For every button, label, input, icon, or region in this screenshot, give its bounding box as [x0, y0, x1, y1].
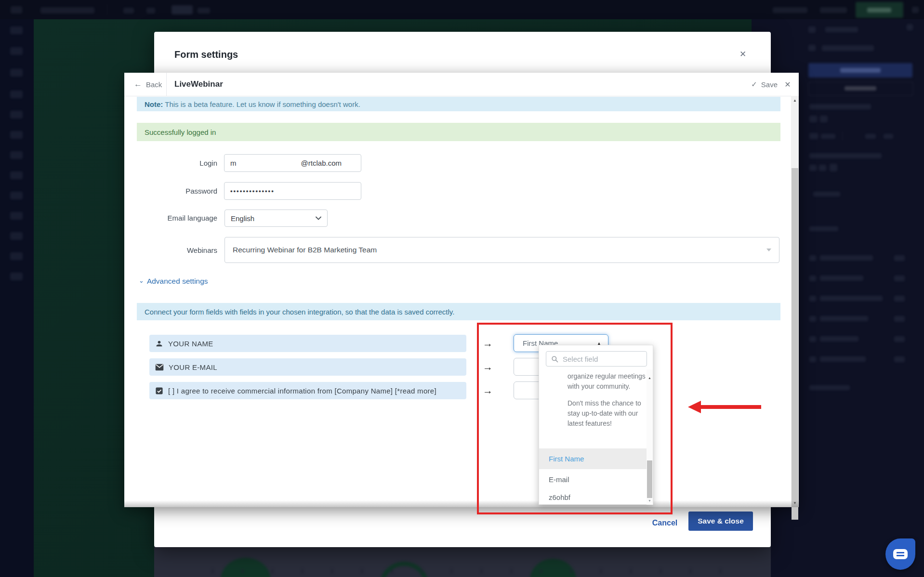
checkbox-icon: [155, 387, 163, 395]
webinars-select[interactable]: Recurring Webinar for B2B Marketing Team: [224, 237, 779, 263]
email-language-select[interactable]: English: [224, 210, 328, 227]
chevron-down-icon: ⌄: [139, 277, 144, 284]
description-paragraph: organize regular meetings with your comm…: [568, 371, 646, 392]
background-left-sidebar: [0, 19, 34, 577]
note-bar: Note: This is a beta feature. Let us kno…: [137, 97, 780, 111]
note-prefix: Note:: [145, 100, 163, 108]
advanced-settings-label: Advanced settings: [147, 277, 208, 286]
form-field-label: [ ] I agree to receive commercial inform…: [168, 387, 436, 395]
password-label: Password: [134, 187, 217, 195]
livewebinar-modal: ← Back LiveWebinar ✓ Save ✕ Note: This i…: [124, 73, 799, 507]
search-icon: [551, 355, 558, 363]
field-dropdown-panel: Select field organize regular meetings w…: [539, 345, 653, 505]
header-divider: [166, 73, 167, 96]
mapping-arrow-icon: →: [483, 385, 497, 396]
success-bar: Successfully logged in: [137, 123, 780, 141]
form-field-label: YOUR NAME: [168, 340, 213, 348]
close-icon[interactable]: ✕: [736, 47, 750, 61]
form-field-label: YOUR E-MAIL: [169, 363, 217, 371]
login-value: m: [230, 159, 237, 167]
envelope-icon: [155, 364, 164, 371]
email-language-label: Email language: [134, 214, 217, 222]
note-message: This is a beta feature. Let us know if s…: [163, 100, 360, 108]
caret-down-icon: [766, 249, 771, 251]
webinars-label: Webinars: [134, 246, 217, 254]
scrollbar-thumb[interactable]: [792, 168, 798, 520]
dropdown-option-email[interactable]: E-mail: [539, 469, 647, 490]
field-search-input[interactable]: Select field: [546, 351, 647, 367]
advanced-settings-toggle[interactable]: ⌄ Advanced settings: [139, 277, 208, 286]
back-button[interactable]: ← Back: [134, 73, 162, 96]
form-settings-title: Form settings: [174, 49, 238, 60]
login-domain: @rtclab.com: [301, 159, 342, 167]
save-button[interactable]: ✓ Save: [751, 73, 778, 96]
mapping-hint-bar: Connect your form fields with fields in …: [137, 303, 780, 320]
form-field-consent: [ ] I agree to receive commercial inform…: [149, 382, 466, 399]
save-and-close-button[interactable]: Save & close: [688, 511, 753, 531]
email-language-value: English: [231, 214, 254, 223]
search-placeholder: Select field: [563, 355, 598, 363]
login-input[interactable]: m @rtclab.com: [224, 154, 361, 172]
cancel-button[interactable]: Cancel: [649, 516, 681, 530]
chat-bubble-icon: [893, 549, 908, 559]
modal-bottom-fade: [124, 500, 799, 507]
form-field-your-email: YOUR E-MAIL: [149, 358, 466, 376]
modal-scrollbar[interactable]: ▲ ▼: [791, 96, 799, 507]
person-icon: [155, 340, 163, 348]
form-field-your-name: YOUR NAME: [149, 335, 466, 352]
close-icon[interactable]: ✕: [780, 73, 795, 96]
webinars-value: Recurring Webinar for B2B Marketing Team: [233, 246, 377, 254]
check-icon: ✓: [751, 80, 757, 89]
livewebinar-title: LiveWebinar: [174, 73, 223, 96]
scroll-up-icon[interactable]: ▲: [647, 374, 653, 381]
mapping-arrow-icon: →: [483, 361, 497, 373]
mapping-arrow-icon: →: [483, 338, 497, 349]
chevron-down-icon: [316, 216, 321, 220]
dropdown-option-z6ohbf[interactable]: z6ohbf: [539, 490, 647, 505]
save-label: Save: [761, 80, 778, 89]
dropdown-option-first-name[interactable]: First Name: [539, 448, 647, 469]
dropdown-scrollbar-thumb[interactable]: [647, 460, 652, 498]
dropdown-scrollbar[interactable]: ▲ ▼: [647, 369, 653, 505]
description-paragraph: Don't miss the chance to stay up-to-date…: [568, 398, 646, 429]
background-topbar: [0, 0, 924, 19]
back-arrow-icon: ←: [134, 79, 142, 89]
chat-launcher-button[interactable]: [885, 538, 915, 570]
screen: Form settings ✕ Cancel Save & close ← Ba…: [0, 0, 924, 577]
password-input[interactable]: ••••••••••••••: [224, 182, 361, 200]
highlight-arrow: [688, 400, 763, 417]
back-label: Back: [146, 80, 162, 89]
scroll-down-icon[interactable]: ▼: [647, 497, 653, 504]
login-label: Login: [134, 159, 217, 167]
scroll-up-icon[interactable]: ▲: [791, 97, 799, 104]
dropdown-description: organize regular meetings with your comm…: [568, 371, 646, 435]
livewebinar-header: ← Back LiveWebinar ✓ Save ✕: [124, 73, 799, 96]
